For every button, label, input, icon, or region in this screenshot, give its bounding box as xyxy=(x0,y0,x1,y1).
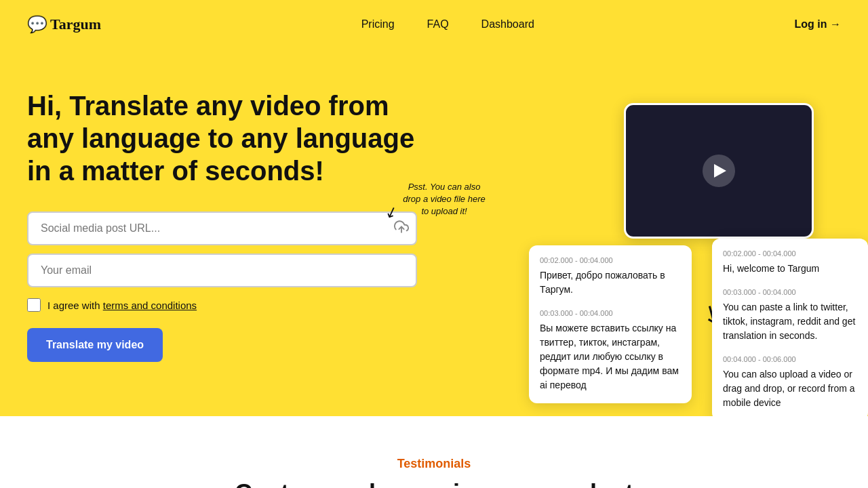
terms-label: I agree with terms and conditions xyxy=(47,300,197,311)
subtitle-ru-1: Привет, добро пожаловать в Таргум. xyxy=(540,268,681,297)
email-input[interactable] xyxy=(27,253,417,287)
logo-icon: 💬 xyxy=(27,15,47,34)
terms-checkbox[interactable] xyxy=(27,298,41,312)
subtitle-en-2: You can paste a link to twitter, tiktok,… xyxy=(723,300,857,343)
subtitle-en-3: You can also upload a video or drag and … xyxy=(723,367,857,410)
subtitle-box-english: 00:02.000 - 00:04.000 Hi, welcome to Tar… xyxy=(712,239,868,416)
nav-dashboard[interactable]: Dashboard xyxy=(481,18,534,30)
testimonials-label: Testimonials xyxy=(27,457,841,471)
url-input-wrapper xyxy=(27,211,417,245)
testimonials-heading: Customers love using our product xyxy=(27,479,841,488)
terms-row: I agree with terms and conditions xyxy=(27,298,417,312)
play-icon xyxy=(714,164,726,178)
brand-name: Targum xyxy=(50,16,101,33)
logo[interactable]: 💬 Targum xyxy=(27,15,101,34)
timestamp-en-1: 00:02.000 - 00:04.000 xyxy=(723,249,857,258)
nav-pricing[interactable]: Pricing xyxy=(361,18,395,30)
timestamp-en-3: 00:04.000 - 00:06.000 xyxy=(723,355,857,363)
terms-link[interactable]: terms and conditions xyxy=(103,300,197,311)
url-input[interactable] xyxy=(27,211,417,245)
hero-form: I agree with terms and conditions Transl… xyxy=(27,211,417,362)
video-player xyxy=(624,103,814,239)
hero-title: Hi, Translate any video from any languag… xyxy=(27,89,434,187)
timestamp-en-2: 00:03.000 - 00:04.000 xyxy=(723,288,857,296)
hero-section: Hi, Translate any video from any languag… xyxy=(0,49,868,416)
upload-icon[interactable] xyxy=(394,220,409,238)
play-button[interactable] xyxy=(703,155,735,187)
video-illustration: 00:02.000 - 00:04.000 Привет, добро пожа… xyxy=(529,89,868,401)
translate-button[interactable]: Translate my video xyxy=(27,328,163,362)
testimonials-section: Testimonials Customers love using our pr… xyxy=(0,416,868,488)
timestamp-ru-2: 00:03.000 - 00:04.000 xyxy=(540,309,681,317)
nav-faq[interactable]: FAQ xyxy=(427,18,449,30)
login-button[interactable]: Log in → xyxy=(795,18,841,30)
subtitle-ru-2: Вы можете вставить ссылку на твиттер, ти… xyxy=(540,321,681,392)
subtitle-box-russian: 00:02.000 - 00:04.000 Привет, добро пожа… xyxy=(529,245,692,403)
nav-links: Pricing FAQ Dashboard xyxy=(361,18,534,30)
psst-tooltip: Psst. You can also drop a video file her… xyxy=(400,181,488,218)
timestamp-ru-1: 00:02.000 - 00:04.000 xyxy=(540,256,681,264)
hero-content: Hi, Translate any video from any languag… xyxy=(27,89,434,362)
subtitle-en-1: Hi, welcome to Targum xyxy=(723,262,857,276)
